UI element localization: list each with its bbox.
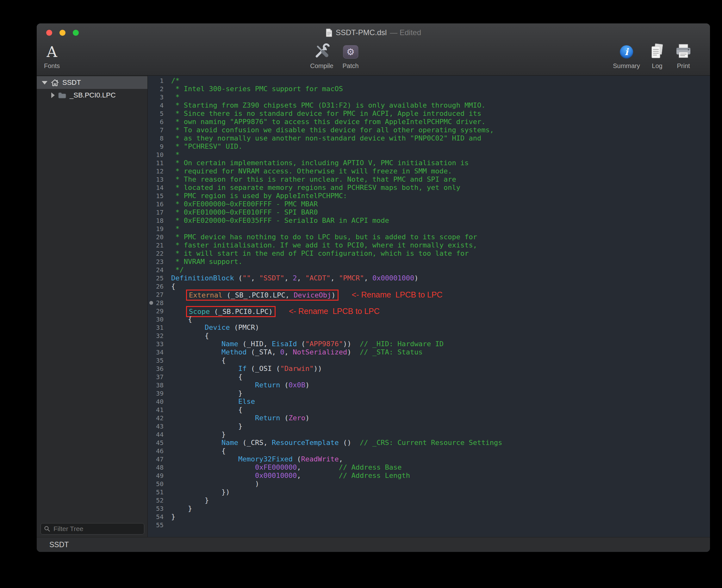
line-number: 32 xyxy=(148,332,167,340)
code-editor[interactable]: 1234567891011121314151617181920212223242… xyxy=(148,76,710,537)
zoom-button[interactable] xyxy=(73,30,79,36)
code-line[interactable]: * as they normally use another non-stand… xyxy=(171,134,710,142)
code-line[interactable]: } xyxy=(171,389,710,398)
code-line[interactable]: { xyxy=(171,447,710,455)
line-number: 50 xyxy=(148,480,167,488)
code-line[interactable]: } xyxy=(171,504,710,513)
disclosure-collapsed-icon[interactable] xyxy=(51,92,55,98)
sidebar: SSDT _SB.PCI0.LPC xyxy=(37,76,148,537)
code-line[interactable]: 0x00010000, // Address Length xyxy=(171,471,710,480)
code-line[interactable] xyxy=(171,521,710,529)
line-number: 33 xyxy=(148,340,167,348)
status-text: SSDT xyxy=(49,541,69,549)
code-line[interactable]: */ xyxy=(171,266,710,274)
code-line[interactable]: Method (_STA, 0, NotSerialized) // _STA:… xyxy=(171,348,710,356)
log-label: Log xyxy=(652,62,662,70)
patch-label: Patch xyxy=(342,62,359,70)
code-line[interactable]: * xyxy=(171,225,710,233)
line-number: 14 xyxy=(148,184,167,192)
line-number: 34 xyxy=(148,348,167,356)
line-number: 13 xyxy=(148,175,167,184)
log-pages-icon xyxy=(650,43,665,60)
fonts-label: Fonts xyxy=(44,62,60,70)
code-line[interactable]: } xyxy=(171,496,710,504)
code-line[interactable]: * own naming "APP9876" to access this de… xyxy=(171,118,710,126)
code-line[interactable]: * 0xFE010000~0xFE010FFF - SPI BAR0 xyxy=(171,208,710,216)
code-line[interactable]: * Intel 300-series PMC support for macOS xyxy=(171,85,710,93)
code-line[interactable]: * PMC region is used by AppleIntelPCHPMC… xyxy=(171,192,710,200)
printer-icon xyxy=(675,44,692,60)
annotation-text: <- Rename LPCB to LPC xyxy=(352,290,443,299)
compile-tools-icon xyxy=(313,43,331,61)
code-line[interactable]: { xyxy=(171,373,710,381)
code-line[interactable]: /* xyxy=(171,77,710,85)
folder-icon xyxy=(58,92,66,99)
titlebar[interactable]: SSDT-PMC.dsl — Edited xyxy=(37,23,710,42)
window-title: SSDT-PMC.dsl xyxy=(336,28,387,37)
sidebar-item-sb-pci0-lpc[interactable]: _SB.PCI0.LPC xyxy=(37,89,147,102)
fonts-icon: A xyxy=(46,44,57,60)
code-line[interactable]: { xyxy=(171,406,710,414)
filter-tree-field[interactable] xyxy=(41,523,144,534)
line-number: 53 xyxy=(148,504,167,513)
code-line[interactable]: * The reason for this is rather unclear.… xyxy=(171,175,710,184)
code-line[interactable]: * Starting from Z390 chipsets PMC (D31:F… xyxy=(171,101,710,109)
code-line[interactable]: * PMC device has nothing to do to LPC bu… xyxy=(171,233,710,241)
code-line[interactable]: { xyxy=(171,332,710,340)
code-line[interactable]: * 0xFE000000~0xFE00FFFF - PMC MBAR xyxy=(171,200,710,208)
code-line[interactable]: * it will start in the end of PCI config… xyxy=(171,249,710,258)
code-line[interactable]: Return (0x0B) xyxy=(171,381,710,389)
code-line[interactable]: * required for NVRAM access. Otherwise i… xyxy=(171,167,710,175)
code-line[interactable]: } xyxy=(171,430,710,439)
code-line[interactable]: * On certain implementations, including … xyxy=(171,159,710,167)
code-line[interactable]: ) xyxy=(171,480,710,488)
line-number: 55 xyxy=(148,521,167,529)
line-number: 3 xyxy=(148,93,167,101)
print-button[interactable]: Print xyxy=(675,43,692,70)
traffic-lights xyxy=(46,23,79,42)
line-number: 52 xyxy=(148,496,167,504)
line-number: 12 xyxy=(148,167,167,175)
code-line[interactable]: { xyxy=(171,356,710,364)
code-line[interactable]: }) xyxy=(171,488,710,496)
code-line[interactable]: Return (Zero) xyxy=(171,414,710,422)
close-button[interactable] xyxy=(46,30,52,36)
code-line[interactable]: } xyxy=(171,422,710,430)
line-number: 43 xyxy=(148,422,167,430)
code-line[interactable]: * xyxy=(171,151,710,159)
code-line[interactable]: * "PCHRESV" UID. xyxy=(171,142,710,151)
filter-tree-input[interactable] xyxy=(53,525,141,533)
code-line[interactable]: External (_SB_.PCI0.LPC, DeviceObj)<- Re… xyxy=(171,291,710,299)
code-line[interactable]: * 0xFE020000~0xFE035FFF - SerialIo BAR i… xyxy=(171,216,710,225)
minimize-button[interactable] xyxy=(60,30,65,36)
log-button[interactable]: Log xyxy=(650,43,665,70)
code-line[interactable]: Name (_HID, EisaId ("APP9876")) // _HID:… xyxy=(171,340,710,348)
summary-label: Summary xyxy=(613,62,640,70)
code-line[interactable]: * xyxy=(171,93,710,101)
compile-button[interactable]: Compile xyxy=(310,43,333,70)
sidebar-item-label: SSDT xyxy=(62,79,81,87)
code-line[interactable]: * To avoid confusion we disable this dev… xyxy=(171,126,710,134)
code-line[interactable]: Device (PMCR) xyxy=(171,323,710,332)
code-line[interactable]: If (_OSI ("Darwin")) xyxy=(171,364,710,373)
disclosure-expanded-icon[interactable] xyxy=(42,81,47,84)
code-line[interactable]: * Since there is no standard device for … xyxy=(171,109,710,118)
line-number: 29 xyxy=(148,307,167,315)
code-line[interactable]: 0xFE000000, // Address Base xyxy=(171,463,710,471)
summary-button[interactable]: i Summary xyxy=(613,43,640,70)
window-chrome: SSDT-PMC.dsl — Edited A Fonts xyxy=(37,23,710,76)
code-line[interactable]: Scope (_SB.PCI0.LPC)<- Rename LPCB to LP… xyxy=(171,307,710,315)
code-line[interactable]: * faster initialisation. If we add it to… xyxy=(171,241,710,249)
code-line[interactable]: Memory32Fixed (ReadWrite, xyxy=(171,455,710,463)
line-number: 44 xyxy=(148,430,167,439)
sidebar-item-ssdt[interactable]: SSDT xyxy=(37,76,147,89)
code-line[interactable]: Name (_CRS, ResourceTemplate () // _CRS:… xyxy=(171,439,710,447)
fonts-button[interactable]: A Fonts xyxy=(44,43,60,70)
code-line[interactable]: Else xyxy=(171,398,710,406)
code-line[interactable]: * NVRAM support. xyxy=(171,258,710,266)
code-line[interactable]: * located in separate memory regions and… xyxy=(171,184,710,192)
patch-button[interactable]: ⚙ Patch xyxy=(342,43,359,70)
code-line[interactable]: DefinitionBlock ("", "SSDT", 2, "ACDT", … xyxy=(171,274,710,282)
line-number: 49 xyxy=(148,471,167,480)
code-line[interactable]: } xyxy=(171,513,710,521)
